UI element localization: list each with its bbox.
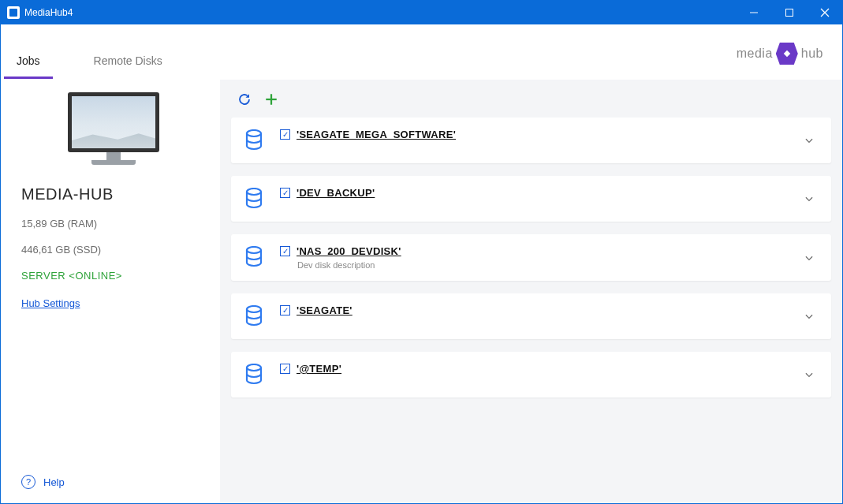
brand-mark-icon bbox=[776, 43, 798, 65]
expand-chevron-icon[interactable] bbox=[801, 250, 817, 266]
disk-row[interactable]: ✓'NAS_200_DEVDISK'Dev disk description bbox=[231, 234, 831, 281]
ram-stat: 15,89 GB (RAM) bbox=[21, 218, 206, 230]
minimize-button[interactable] bbox=[736, 1, 771, 24]
tabs: Jobs Remote Disks bbox=[1, 43, 175, 79]
body: MEDIA-HUB 15,89 GB (RAM) 446,61 GB (SSD)… bbox=[1, 80, 842, 503]
ssd-stat: 446,61 GB (SSD) bbox=[21, 244, 206, 256]
disk-icon bbox=[242, 187, 266, 211]
help-label: Help bbox=[43, 476, 65, 488]
disk-body: ✓'NAS_200_DEVDISK'Dev disk description bbox=[280, 245, 787, 270]
disk-body: ✓'SEAGATE_MEGA_SOFTWARE' bbox=[280, 129, 787, 140]
disk-list: ✓'SEAGATE_MEGA_SOFTWARE' ✓'DEV_BACKUP' ✓… bbox=[231, 118, 831, 398]
computer-illustration bbox=[21, 88, 206, 185]
add-button[interactable] bbox=[264, 92, 278, 106]
disk-row[interactable]: ✓'DEV_BACKUP' bbox=[231, 176, 831, 222]
disk-name-link[interactable]: 'SEAGATE' bbox=[297, 304, 352, 316]
disk-row[interactable]: ✓'SEAGATE_MEGA_SOFTWARE' bbox=[231, 118, 831, 163]
titlebar: MediaHub4 bbox=[1, 1, 842, 24]
window-title: MediaHub4 bbox=[24, 7, 73, 18]
expand-chevron-icon[interactable] bbox=[801, 308, 817, 324]
sidebar: MEDIA-HUB 15,89 GB (RAM) 446,61 GB (SSD)… bbox=[1, 80, 220, 503]
app-window: MediaHub4 Jobs Remote Disks media hub bbox=[0, 0, 843, 504]
disk-checkbox[interactable]: ✓ bbox=[280, 188, 290, 198]
disk-body: ✓'@TEMP' bbox=[280, 363, 787, 375]
disk-title-row: ✓'DEV_BACKUP' bbox=[280, 187, 787, 199]
disk-icon bbox=[242, 129, 266, 152]
disk-row[interactable]: ✓'SEAGATE' bbox=[231, 293, 831, 339]
disk-row[interactable]: ✓'@TEMP' bbox=[231, 352, 831, 398]
brand-logo: media hub bbox=[737, 43, 823, 79]
disk-name-link[interactable]: 'NAS_200_DEVDISK' bbox=[297, 245, 401, 257]
disk-body: ✓'DEV_BACKUP' bbox=[280, 187, 787, 199]
header: Jobs Remote Disks media hub bbox=[1, 24, 842, 80]
brand-text-right: hub bbox=[801, 47, 823, 61]
disk-title-row: ✓'NAS_200_DEVDISK' bbox=[280, 245, 787, 257]
server-status: SERVER <ONLINE> bbox=[21, 270, 206, 282]
svg-rect-1 bbox=[785, 9, 793, 17]
close-button[interactable] bbox=[807, 1, 842, 24]
disk-name-link[interactable]: '@TEMP' bbox=[297, 363, 341, 375]
help-link[interactable]: ? Help bbox=[21, 470, 206, 494]
tab-jobs[interactable]: Jobs bbox=[4, 43, 53, 79]
disk-checkbox[interactable]: ✓ bbox=[280, 246, 290, 256]
disk-icon bbox=[242, 304, 266, 328]
disk-name-link[interactable]: 'SEAGATE_MEGA_SOFTWARE' bbox=[297, 129, 456, 140]
expand-chevron-icon[interactable] bbox=[801, 133, 817, 148]
hub-settings-link[interactable]: Hub Settings bbox=[21, 297, 206, 309]
main-panel: ✓'SEAGATE_MEGA_SOFTWARE' ✓'DEV_BACKUP' ✓… bbox=[220, 80, 842, 503]
disk-title-row: ✓'@TEMP' bbox=[280, 363, 787, 375]
refresh-button[interactable] bbox=[237, 92, 252, 106]
maximize-button[interactable] bbox=[771, 1, 807, 24]
disk-checkbox[interactable]: ✓ bbox=[280, 364, 290, 374]
svg-point-8 bbox=[247, 247, 261, 253]
host-name: MEDIA-HUB bbox=[21, 185, 206, 203]
svg-point-7 bbox=[247, 189, 261, 195]
svg-point-10 bbox=[247, 364, 261, 371]
disk-name-link[interactable]: 'DEV_BACKUP' bbox=[297, 187, 375, 199]
disk-description: Dev disk description bbox=[280, 260, 787, 270]
toolbar bbox=[231, 89, 831, 118]
tab-remote-disks[interactable]: Remote Disks bbox=[81, 43, 175, 79]
help-icon: ? bbox=[21, 475, 35, 489]
disk-body: ✓'SEAGATE' bbox=[280, 304, 787, 316]
svg-point-6 bbox=[247, 130, 261, 136]
expand-chevron-icon[interactable] bbox=[801, 367, 817, 383]
disk-title-row: ✓'SEAGATE' bbox=[280, 304, 787, 316]
svg-point-9 bbox=[247, 306, 261, 312]
app-icon bbox=[7, 6, 20, 19]
disk-checkbox[interactable]: ✓ bbox=[280, 305, 290, 315]
expand-chevron-icon[interactable] bbox=[801, 191, 817, 207]
disk-icon bbox=[242, 363, 266, 386]
disk-checkbox[interactable]: ✓ bbox=[280, 129, 290, 140]
brand-text-left: media bbox=[737, 47, 773, 61]
disk-icon bbox=[242, 245, 266, 269]
disk-title-row: ✓'SEAGATE_MEGA_SOFTWARE' bbox=[280, 129, 787, 140]
